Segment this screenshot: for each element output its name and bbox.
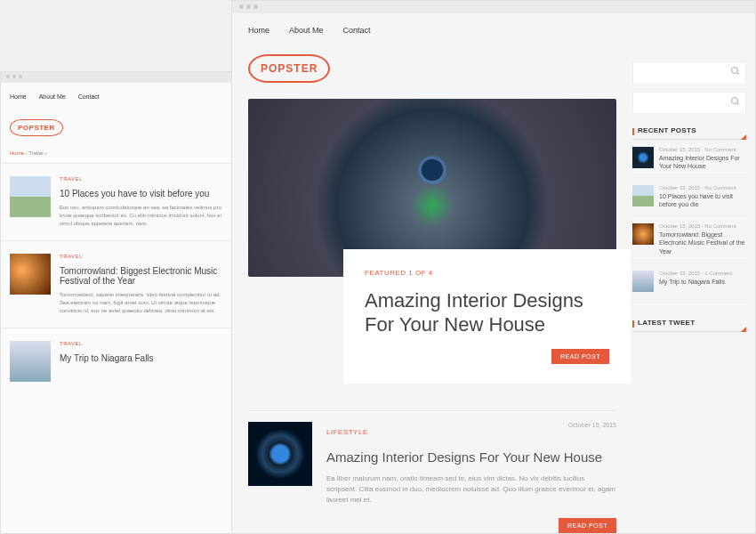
maximize-icon[interactable] — [253, 4, 258, 9]
window-primary: Home About Me Contact POPSTER FEATURED 1… — [231, 0, 756, 534]
nav-home[interactable]: Home — [248, 26, 269, 35]
recent-meta: October 15, 2015 · No Comment — [659, 147, 746, 152]
recent-thumbnail — [632, 185, 654, 206]
post-item[interactable]: TRAVEL My Trip to Niagara Falls — [1, 328, 239, 394]
post-category[interactable]: TRAVEL — [60, 176, 230, 182]
post-excerpt: Tomorrowland, saperet interpretaris. Ver… — [60, 291, 230, 315]
sidebar: RECENT POSTS October 15, 2015 · No Comme… — [632, 13, 755, 534]
post-excerpt: Ea liber malorum nam, oratio timeam sed … — [326, 473, 616, 506]
crumb-current: Travel — [28, 150, 43, 156]
post-item[interactable]: TRAVEL 10 Places you have to visit befor… — [1, 163, 239, 240]
recent-thumbnail — [632, 147, 654, 168]
recent-meta: October 15, 2015 · No Comment — [659, 223, 746, 229]
recent-title[interactable]: Amazing Interior Designs For Your New Ho… — [659, 154, 746, 170]
post-body: TRAVEL My Trip to Niagara Falls — [60, 341, 230, 382]
minimize-icon[interactable] — [246, 4, 251, 9]
logo-wrap: POPSTER — [248, 47, 616, 99]
search-box — [632, 61, 746, 83]
post-body: TRAVEL 10 Places you have to visit befor… — [60, 176, 230, 228]
search-icon[interactable] — [731, 97, 740, 106]
recent-title[interactable]: Tomorrowland: Biggest Electronic Music F… — [659, 231, 746, 255]
post-thumbnail — [10, 254, 51, 295]
main-column: Home About Me Contact POPSTER FEATURED 1… — [232, 13, 632, 534]
recent-thumbnail — [632, 271, 654, 292]
recent-thumbnail — [632, 223, 654, 245]
post-thumbnail — [10, 341, 51, 382]
search-box — [632, 92, 746, 113]
widget-recent-heading: RECENT POSTS — [632, 122, 746, 140]
list-post: LIFESTYLE October 15, 2015 Amazing Inter… — [248, 410, 616, 534]
post-body: LIFESTYLE October 15, 2015 Amazing Inter… — [326, 422, 616, 533]
crumb-home[interactable]: Home — [10, 150, 24, 156]
read-post-button[interactable]: READ POST — [551, 349, 609, 364]
post-thumbnail — [10, 176, 51, 217]
window-controls — [1, 72, 239, 83]
feature-counter: FEATURED 1 OF 4 — [365, 269, 609, 277]
post-title[interactable]: Tomorrowland: Biggest Electronic Music F… — [60, 266, 230, 286]
post-category[interactable]: LIFESTYLE — [326, 428, 368, 436]
nav-contact[interactable]: Contact — [343, 26, 371, 35]
post-item[interactable]: TRAVEL Tomorrowland: Biggest Electronic … — [1, 240, 239, 328]
brand-logo[interactable]: POPSTER — [248, 54, 330, 83]
post-title[interactable]: Amazing Interior Designs For Your New Ho… — [326, 449, 616, 466]
nav-about[interactable]: About Me — [289, 26, 324, 35]
post-date: October 15, 2015 — [568, 422, 616, 428]
recent-meta: October 15, 2015 · 1 Comment — [659, 271, 732, 276]
recent-title[interactable]: 10 Places you have to visit before you d… — [659, 192, 746, 208]
feature-title[interactable]: Amazing Interior Designs For Your New Ho… — [365, 289, 609, 336]
brand-logo[interactable]: POPSTER — [10, 119, 63, 136]
recent-post-item[interactable]: October 15, 2015 · 1 Comment My Trip to … — [632, 263, 746, 300]
close-icon[interactable] — [239, 4, 244, 9]
recent-meta: October 15, 2015 · No Comment — [659, 185, 746, 190]
nav-contact[interactable]: Contact — [78, 93, 100, 100]
feature-card: FEATURED 1 OF 4 Amazing Interior Designs… — [343, 249, 631, 384]
window-secondary: Home About Me Contact POPSTER Home › Tra… — [0, 71, 240, 534]
post-title[interactable]: My Trip to Niagara Falls — [60, 353, 230, 363]
maximize-icon[interactable] — [19, 75, 22, 78]
recent-post-item[interactable]: October 15, 2015 · No Comment Amazing In… — [632, 140, 746, 178]
close-icon[interactable] — [6, 75, 10, 78]
logo-wrap: POPSTER — [1, 110, 239, 150]
widget-tweet-heading: LATEST TWEET — [632, 314, 746, 332]
recent-post-item[interactable]: October 15, 2015 · No Comment 10 Places … — [632, 178, 746, 216]
post-excerpt: Eos usu, antiopam concludaturque an sea,… — [60, 204, 230, 228]
search-icon[interactable] — [731, 67, 740, 76]
read-post-button[interactable]: READ POST — [559, 518, 616, 533]
search-input[interactable] — [633, 63, 745, 83]
nav-bar: Home About Me Contact — [1, 83, 239, 110]
post-category[interactable]: TRAVEL — [60, 341, 230, 346]
post-category[interactable]: TRAVEL — [60, 254, 230, 259]
hero-image: FEATURED 1 OF 4 Amazing Interior Designs… — [248, 99, 616, 277]
nav-about[interactable]: About Me — [39, 93, 66, 100]
post-thumbnail[interactable] — [248, 422, 312, 486]
post-title[interactable]: 10 Places you have to visit before you — [60, 189, 230, 198]
post-body: TRAVEL Tomorrowland: Biggest Electronic … — [60, 254, 230, 315]
search-input[interactable] — [633, 93, 745, 113]
recent-post-item[interactable]: October 15, 2015 · No Comment Tomorrowla… — [632, 216, 746, 263]
recent-title[interactable]: My Trip to Niagara Falls — [659, 278, 732, 286]
breadcrumb: Home › Travel › — [1, 150, 239, 163]
nav-bar: Home About Me Contact — [248, 13, 616, 47]
window-controls — [232, 1, 755, 13]
minimize-icon[interactable] — [12, 75, 16, 78]
nav-home[interactable]: Home — [10, 93, 27, 100]
